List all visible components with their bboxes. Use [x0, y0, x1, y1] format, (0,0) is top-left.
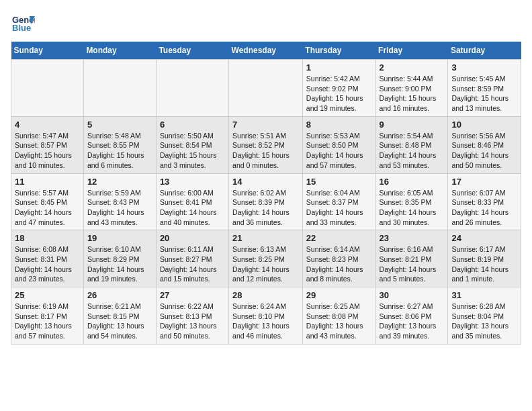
- day-info: Sunrise: 6:22 AM Sunset: 8:13 PM Dayligh…: [160, 302, 225, 341]
- day-number: 8: [306, 120, 372, 130]
- calendar-cell: 7Sunrise: 5:51 AM Sunset: 8:52 PM Daylig…: [229, 116, 303, 173]
- calendar-cell: 5Sunrise: 5:48 AM Sunset: 8:55 PM Daylig…: [83, 116, 156, 173]
- day-info: Sunrise: 5:44 AM Sunset: 9:00 PM Dayligh…: [380, 74, 445, 113]
- calendar-cell: 27Sunrise: 6:22 AM Sunset: 8:13 PM Dayli…: [156, 287, 228, 345]
- svg-text:Blue: Blue: [12, 23, 31, 33]
- calendar-cell: [11, 60, 84, 117]
- calendar-cell: 26Sunrise: 6:21 AM Sunset: 8:15 PM Dayli…: [83, 287, 156, 345]
- calendar-cell: 12Sunrise: 5:59 AM Sunset: 8:43 PM Dayli…: [83, 173, 156, 230]
- day-info: Sunrise: 5:51 AM Sunset: 8:52 PM Dayligh…: [232, 131, 299, 171]
- day-number: 5: [87, 120, 152, 130]
- logo: General Blue: [11, 11, 38, 35]
- calendar-cell: 15Sunrise: 6:04 AM Sunset: 8:37 PM Dayli…: [302, 173, 375, 230]
- day-info: Sunrise: 6:11 AM Sunset: 8:27 PM Dayligh…: [160, 244, 225, 284]
- day-number: 21: [232, 233, 299, 243]
- day-number: 23: [380, 233, 445, 243]
- day-info: Sunrise: 6:04 AM Sunset: 8:37 PM Dayligh…: [306, 188, 372, 228]
- day-number: 31: [451, 290, 517, 300]
- logo-icon: General Blue: [11, 11, 35, 35]
- day-number: 3: [451, 62, 517, 73]
- day-number: 18: [15, 233, 80, 243]
- calendar-cell: 17Sunrise: 6:07 AM Sunset: 8:33 PM Dayli…: [448, 173, 521, 230]
- column-header-wednesday: Wednesday: [229, 42, 303, 60]
- column-header-friday: Friday: [375, 42, 448, 60]
- day-info: Sunrise: 6:07 AM Sunset: 8:33 PM Dayligh…: [451, 188, 517, 228]
- calendar-cell: 16Sunrise: 6:05 AM Sunset: 8:35 PM Dayli…: [375, 173, 448, 230]
- day-info: Sunrise: 5:47 AM Sunset: 8:57 PM Dayligh…: [15, 131, 80, 171]
- calendar-cell: 18Sunrise: 6:08 AM Sunset: 8:31 PM Dayli…: [11, 230, 84, 287]
- calendar-cell: 2Sunrise: 5:44 AM Sunset: 9:00 PM Daylig…: [375, 60, 448, 117]
- day-number: 29: [306, 290, 372, 300]
- calendar-cell: [229, 60, 303, 117]
- calendar-week-row: 1Sunrise: 5:42 AM Sunset: 9:02 PM Daylig…: [11, 60, 521, 117]
- column-header-tuesday: Tuesday: [156, 42, 228, 60]
- day-info: Sunrise: 6:27 AM Sunset: 8:06 PM Dayligh…: [380, 302, 445, 341]
- calendar-cell: 3Sunrise: 5:45 AM Sunset: 8:59 PM Daylig…: [448, 60, 521, 117]
- calendar-cell: 6Sunrise: 5:50 AM Sunset: 8:54 PM Daylig…: [156, 116, 228, 173]
- day-number: 1: [306, 62, 372, 73]
- calendar-cell: 23Sunrise: 6:16 AM Sunset: 8:21 PM Dayli…: [375, 230, 448, 287]
- day-number: 11: [15, 177, 80, 187]
- day-number: 9: [380, 120, 445, 130]
- day-number: 6: [160, 120, 225, 130]
- column-header-sunday: Sunday: [11, 42, 84, 60]
- calendar-cell: 24Sunrise: 6:17 AM Sunset: 8:19 PM Dayli…: [448, 230, 521, 287]
- day-number: 4: [15, 120, 80, 130]
- day-number: 15: [306, 177, 372, 187]
- day-number: 22: [306, 233, 372, 243]
- day-number: 10: [451, 120, 517, 130]
- day-number: 27: [160, 290, 225, 300]
- day-number: 30: [380, 290, 445, 300]
- day-info: Sunrise: 5:57 AM Sunset: 8:45 PM Dayligh…: [15, 188, 80, 228]
- day-info: Sunrise: 5:56 AM Sunset: 8:46 PM Dayligh…: [451, 131, 517, 171]
- day-number: 28: [232, 290, 299, 300]
- day-info: Sunrise: 6:28 AM Sunset: 8:04 PM Dayligh…: [451, 302, 517, 341]
- calendar-cell: 25Sunrise: 6:19 AM Sunset: 8:17 PM Dayli…: [11, 287, 84, 345]
- calendar-cell: 9Sunrise: 5:54 AM Sunset: 8:48 PM Daylig…: [375, 116, 448, 173]
- day-number: 25: [15, 290, 80, 300]
- day-info: Sunrise: 6:10 AM Sunset: 8:29 PM Dayligh…: [87, 244, 152, 284]
- calendar-cell: 28Sunrise: 6:24 AM Sunset: 8:10 PM Dayli…: [229, 287, 303, 345]
- day-info: Sunrise: 6:16 AM Sunset: 8:21 PM Dayligh…: [380, 244, 445, 284]
- day-info: Sunrise: 5:59 AM Sunset: 8:43 PM Dayligh…: [87, 188, 152, 228]
- calendar-cell: 1Sunrise: 5:42 AM Sunset: 9:02 PM Daylig…: [302, 60, 375, 117]
- calendar-table: SundayMondayTuesdayWednesdayThursdayFrid…: [11, 42, 521, 345]
- calendar-cell: 10Sunrise: 5:56 AM Sunset: 8:46 PM Dayli…: [448, 116, 521, 173]
- calendar-cell: 21Sunrise: 6:13 AM Sunset: 8:25 PM Dayli…: [229, 230, 303, 287]
- day-info: Sunrise: 6:05 AM Sunset: 8:35 PM Dayligh…: [380, 188, 445, 228]
- day-number: 16: [380, 177, 445, 187]
- calendar-cell: 14Sunrise: 6:02 AM Sunset: 8:39 PM Dayli…: [229, 173, 303, 230]
- day-info: Sunrise: 6:02 AM Sunset: 8:39 PM Dayligh…: [232, 188, 299, 228]
- day-number: 12: [87, 177, 152, 187]
- day-number: 2: [380, 62, 445, 73]
- calendar-cell: 20Sunrise: 6:11 AM Sunset: 8:27 PM Dayli…: [156, 230, 228, 287]
- calendar-cell: [83, 60, 156, 117]
- day-info: Sunrise: 6:24 AM Sunset: 8:10 PM Dayligh…: [232, 302, 299, 341]
- calendar-cell: 4Sunrise: 5:47 AM Sunset: 8:57 PM Daylig…: [11, 116, 84, 173]
- day-info: Sunrise: 5:42 AM Sunset: 9:02 PM Dayligh…: [306, 74, 372, 113]
- day-info: Sunrise: 5:48 AM Sunset: 8:55 PM Dayligh…: [87, 131, 152, 171]
- day-info: Sunrise: 6:00 AM Sunset: 8:41 PM Dayligh…: [160, 188, 225, 228]
- day-number: 20: [160, 233, 225, 243]
- calendar-cell: 30Sunrise: 6:27 AM Sunset: 8:06 PM Dayli…: [375, 287, 448, 345]
- day-info: Sunrise: 5:45 AM Sunset: 8:59 PM Dayligh…: [451, 74, 517, 113]
- calendar-week-row: 18Sunrise: 6:08 AM Sunset: 8:31 PM Dayli…: [11, 230, 521, 287]
- day-info: Sunrise: 6:08 AM Sunset: 8:31 PM Dayligh…: [15, 244, 80, 284]
- day-number: 14: [232, 177, 299, 187]
- day-number: 24: [451, 233, 517, 243]
- day-number: 19: [87, 233, 152, 243]
- calendar-cell: 13Sunrise: 6:00 AM Sunset: 8:41 PM Dayli…: [156, 173, 228, 230]
- page-header: General Blue: [11, 11, 521, 35]
- calendar-cell: 19Sunrise: 6:10 AM Sunset: 8:29 PM Dayli…: [83, 230, 156, 287]
- day-number: 13: [160, 177, 225, 187]
- column-header-monday: Monday: [83, 42, 156, 60]
- day-info: Sunrise: 6:19 AM Sunset: 8:17 PM Dayligh…: [15, 302, 80, 341]
- day-info: Sunrise: 5:50 AM Sunset: 8:54 PM Dayligh…: [160, 131, 225, 171]
- day-number: 17: [451, 177, 517, 187]
- day-info: Sunrise: 6:14 AM Sunset: 8:23 PM Dayligh…: [306, 244, 372, 284]
- day-number: 26: [87, 290, 152, 300]
- calendar-header-row: SundayMondayTuesdayWednesdayThursdayFrid…: [11, 42, 521, 60]
- calendar-cell: 22Sunrise: 6:14 AM Sunset: 8:23 PM Dayli…: [302, 230, 375, 287]
- calendar-week-row: 25Sunrise: 6:19 AM Sunset: 8:17 PM Dayli…: [11, 287, 521, 345]
- day-info: Sunrise: 5:53 AM Sunset: 8:50 PM Dayligh…: [306, 131, 372, 171]
